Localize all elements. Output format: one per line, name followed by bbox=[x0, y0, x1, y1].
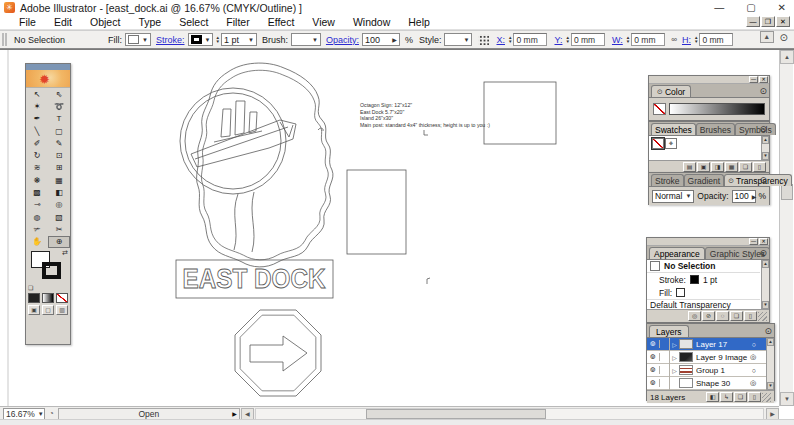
rectangle-shape-2[interactable] bbox=[347, 170, 406, 254]
eyedropper-tool[interactable]: ⊸ bbox=[26, 199, 48, 211]
swatches-panel-menu-icon[interactable]: ⊙ bbox=[759, 124, 767, 134]
scroll-down-button[interactable]: ▼ bbox=[780, 392, 794, 406]
horizontal-scroll-thumb[interactable] bbox=[366, 409, 546, 419]
swatches-scroll-up[interactable]: ▲ bbox=[762, 136, 769, 144]
gradient-button[interactable] bbox=[42, 293, 54, 303]
stray-mark-3[interactable] bbox=[427, 278, 430, 284]
type-tool[interactable]: T bbox=[48, 113, 70, 125]
menu-filter[interactable]: Filter bbox=[217, 16, 258, 28]
lock-toggle-cell[interactable] bbox=[660, 377, 670, 390]
stray-mark-2[interactable] bbox=[424, 130, 428, 135]
color-panel-menu-icon[interactable]: ⊙ bbox=[759, 86, 767, 96]
target-circle-icon[interactable]: ◎ bbox=[750, 353, 756, 361]
layers-resize-grip[interactable] bbox=[762, 393, 771, 402]
tab-stroke[interactable]: Stroke bbox=[651, 174, 684, 186]
zoom-level-dropdown[interactable]: 16.67% ▼ bbox=[3, 408, 45, 420]
fill-color-dropdown[interactable]: ▼ bbox=[125, 33, 151, 46]
panel-opacity-field[interactable]: 100▶ bbox=[732, 190, 756, 203]
lock-toggle-cell[interactable] bbox=[660, 364, 670, 377]
status-field[interactable]: Open ▶ bbox=[58, 408, 240, 420]
tab-symbols[interactable]: Symbols bbox=[735, 123, 776, 135]
menu-effect[interactable]: Effect bbox=[259, 16, 304, 28]
menu-object[interactable]: Object bbox=[81, 16, 129, 28]
make-clipping-mask-button[interactable]: ◧ bbox=[706, 392, 719, 402]
menu-file[interactable]: File bbox=[10, 16, 45, 28]
rectangle-tool[interactable]: ▢ bbox=[48, 125, 70, 137]
new-sublayer-button[interactable]: ↳ bbox=[720, 392, 733, 402]
reference-point-icon[interactable] bbox=[478, 34, 489, 45]
appearance-resize-grip[interactable] bbox=[758, 312, 767, 321]
delete-swatch-button[interactable]: ▯ bbox=[753, 162, 766, 172]
layer-row-group-1[interactable]: ⊚ ▷ Group 1 ○ bbox=[647, 364, 766, 377]
menu-window[interactable]: Window bbox=[344, 16, 399, 28]
appearance-row-transparency[interactable]: Default Transparency bbox=[647, 299, 760, 310]
layer-thumbnail[interactable] bbox=[679, 365, 693, 375]
target-circle-icon[interactable]: ○ bbox=[752, 367, 756, 374]
w-link[interactable]: W: bbox=[612, 35, 623, 45]
selection-tool[interactable]: ↖ bbox=[26, 88, 48, 100]
color-button[interactable] bbox=[28, 293, 40, 303]
appearance-scroll-down[interactable]: ▼ bbox=[762, 301, 769, 309]
w-stepper[interactable]: ▲▼ bbox=[626, 36, 630, 44]
full-screen-menu-mode-button[interactable]: ▢ bbox=[42, 305, 54, 315]
show-all-swatches-button[interactable]: ▤ bbox=[683, 162, 696, 172]
swatches-scroll-down[interactable]: ▼ bbox=[762, 152, 769, 160]
magic-wand-tool[interactable]: ✶ bbox=[26, 100, 48, 112]
h-stepper[interactable]: ▲▼ bbox=[694, 36, 698, 44]
scroll-right-button[interactable]: ▶ bbox=[766, 408, 779, 420]
rotate-tool[interactable]: ↻ bbox=[26, 149, 48, 161]
expand-triangle-icon[interactable]: ▷ bbox=[670, 367, 679, 374]
appearance-scroll-up[interactable]: ▲ bbox=[762, 260, 769, 268]
y-stepper[interactable]: ▲▼ bbox=[565, 36, 569, 44]
layers-scroll-up[interactable]: ▲ bbox=[767, 338, 774, 346]
controlbar-grip[interactable] bbox=[2, 33, 7, 46]
line-segment-tool[interactable]: ╲ bbox=[26, 125, 48, 137]
symbol-sprayer-tool[interactable]: ❋ bbox=[26, 174, 48, 186]
transparency-panel-menu-icon[interactable]: ⊙ bbox=[759, 175, 767, 185]
doc-minimize-button[interactable]: — bbox=[746, 16, 760, 27]
go-to-bridge-button[interactable]: ▲ bbox=[760, 31, 774, 43]
layer-row-shape-30[interactable]: ⊚ Shape 30 ◎ bbox=[647, 377, 766, 390]
layers-panel-menu-icon[interactable]: ⊙ bbox=[764, 326, 772, 336]
visibility-eye-icon[interactable]: ⊚ bbox=[647, 340, 660, 348]
scroll-left-button[interactable]: ◀ bbox=[241, 408, 254, 420]
new-art-basic-appearance-button[interactable]: ◎ bbox=[688, 311, 701, 321]
zoom-tool[interactable]: ⊕ bbox=[48, 236, 70, 248]
style-dropdown[interactable]: ▼ bbox=[444, 33, 472, 46]
status-flyout-icon[interactable]: ▶ bbox=[232, 410, 237, 417]
tab-swatches[interactable]: Swatches bbox=[651, 123, 696, 135]
menu-view[interactable]: View bbox=[303, 16, 344, 28]
vertical-scrollbar[interactable]: ▲ ▼ bbox=[779, 50, 793, 406]
mesh-tool[interactable]: ▩ bbox=[26, 186, 48, 198]
close-button[interactable]: ✕ bbox=[778, 2, 786, 13]
tab-color[interactable]: ⊙ Color bbox=[651, 85, 691, 97]
y-link[interactable]: Y: bbox=[554, 35, 562, 45]
lock-toggle-cell[interactable] bbox=[660, 338, 670, 351]
color-panel-close-button[interactable]: ✕ bbox=[759, 76, 768, 83]
paintbrush-tool[interactable]: ✐ bbox=[26, 137, 48, 149]
color-panel-titlebar[interactable]: — ✕ bbox=[649, 76, 769, 84]
opacity-field[interactable]: 100▶ bbox=[362, 33, 400, 46]
menu-select[interactable]: Select bbox=[170, 16, 217, 28]
doc-close-button[interactable]: ✕ bbox=[776, 16, 790, 27]
h-link[interactable]: H: bbox=[682, 35, 691, 45]
menu-help[interactable]: Help bbox=[399, 16, 439, 28]
full-screen-mode-button[interactable]: ▥ bbox=[56, 305, 68, 315]
scale-tool[interactable]: ⊡ bbox=[48, 149, 70, 161]
appearance-panel-close-button[interactable]: ✕ bbox=[759, 238, 768, 245]
layer-thumbnail[interactable] bbox=[679, 352, 693, 362]
show-color-swatches-button[interactable]: ▣ bbox=[697, 162, 710, 172]
reduce-to-basic-appearance-button[interactable]: ◌ bbox=[716, 311, 729, 321]
show-pattern-swatches-button[interactable]: ▦ bbox=[725, 162, 738, 172]
slice-tool[interactable]: ✃ bbox=[26, 223, 48, 235]
rectangle-shape-1[interactable] bbox=[484, 82, 556, 144]
logo-circle[interactable] bbox=[180, 88, 286, 194]
appearance-panel-menu-icon[interactable]: ⊙ bbox=[759, 248, 767, 258]
grayscale-ramp[interactable] bbox=[669, 103, 765, 115]
scroll-up-button[interactable]: ▲ bbox=[780, 50, 794, 64]
stray-mark-1[interactable] bbox=[318, 128, 323, 131]
none-swatch[interactable] bbox=[652, 138, 664, 149]
layers-scroll-down[interactable]: ▼ bbox=[767, 382, 774, 390]
tab-layers[interactable]: Layers bbox=[649, 325, 689, 337]
free-transform-tool[interactable]: ⊞ bbox=[48, 162, 70, 174]
